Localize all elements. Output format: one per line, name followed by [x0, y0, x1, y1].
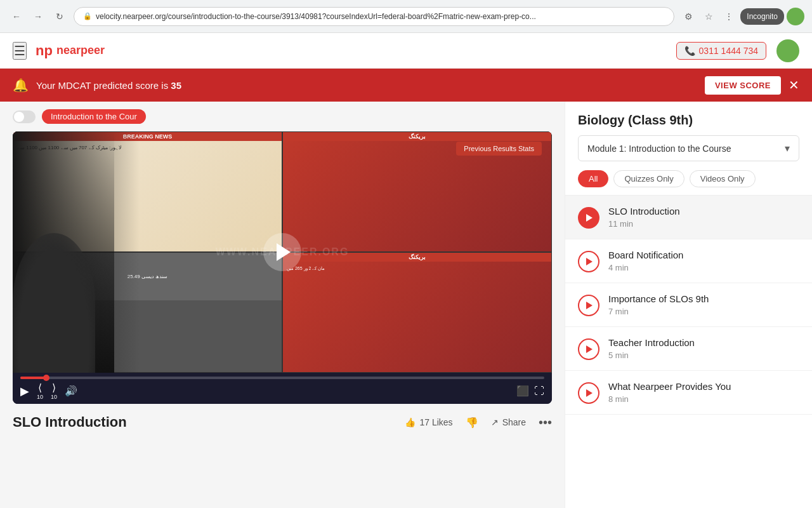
item-duration-importance-slo: 7 min — [608, 307, 799, 316]
close-alert-button[interactable]: ✕ — [789, 77, 799, 93]
alert-text: Your MDCAT predicted score is 35 — [36, 80, 181, 91]
presenter-body — [13, 233, 95, 373]
phone-number: 0311 1444 734 — [699, 46, 758, 56]
item-info-importance-slo: Importance of SLOs 9th 7 min — [608, 293, 799, 316]
browser-chrome: ← → ↻ 🔒 velocity.nearpeer.org/course/int… — [0, 0, 812, 33]
breadcrumb-pill: Introduction to the Cour — [42, 109, 146, 124]
logo-text: nearpeer — [56, 44, 105, 57]
playlist-item-board-notif[interactable]: Board Notification 4 min — [565, 239, 812, 283]
item-duration-slo-intro: 11 min — [608, 219, 799, 229]
play-circle-importance-slo — [578, 295, 599, 316]
play-triangle-icon — [277, 243, 291, 261]
prev-results-badge: Previous Results Stats — [456, 142, 542, 156]
user-avatar[interactable] — [776, 39, 799, 62]
item-info-what-nearpeer: What Nearpeer Provides You 8 min — [608, 381, 799, 404]
news-text-4: مان کے 2 ور 265 میں — [287, 265, 547, 271]
controls-row: ▶ ⟨ 10 ⟩ 10 🔊 ⬛ ⛶ — [20, 382, 544, 400]
share-button[interactable]: ↗ Share — [491, 417, 526, 427]
news-header-4: بریکنگ — [283, 253, 551, 262]
lock-icon: 🔒 — [83, 12, 92, 20]
video-title: SLO Introduction — [13, 414, 127, 431]
left-panel: Introduction to the Cour BREAKING NEWS ل… — [0, 102, 565, 508]
course-title: Biology (Class 9th) — [578, 113, 799, 128]
item-title-board-notif: Board Notification — [608, 250, 799, 260]
item-duration-what-nearpeer: 8 min — [608, 394, 799, 404]
fullscreen-button[interactable]: ⛶ — [534, 385, 544, 397]
item-duration-board-notif: 4 min — [608, 263, 799, 272]
toggle-switch[interactable] — [13, 110, 36, 123]
alert-banner: 🔔 Your MDCAT predicted score is 35 VIEW … — [0, 69, 812, 102]
phone-icon: 📞 — [684, 46, 695, 56]
reload-button[interactable]: ↻ — [51, 8, 69, 25]
video-thumbnail: BREAKING NEWS لاہور: میٹرک کے 707 میں سے… — [13, 131, 552, 373]
play-pause-button[interactable]: ▶ — [20, 384, 29, 398]
alert-content: 🔔 Your MDCAT predicted score is 35 — [13, 77, 181, 93]
fast-forward-button[interactable]: ⟩ 10 — [51, 382, 57, 400]
play-circle-teacher-intro — [578, 338, 599, 360]
filter-all[interactable]: All — [578, 170, 608, 187]
playlist-item-what-nearpeer[interactable]: What Nearpeer Provides You 8 min — [565, 371, 812, 415]
news-content-4: مان کے 2 ور 265 میں — [283, 262, 551, 275]
breadcrumb-toggle — [13, 110, 36, 123]
filter-videos-only[interactable]: Videos Only — [690, 170, 756, 187]
item-title-importance-slo: Importance of SLOs 9th — [608, 293, 799, 304]
alert-actions: VIEW SCORE ✕ — [705, 76, 799, 95]
video-info: SLO Introduction 👍 17 Likes 👎 ↗ Share ••… — [0, 404, 565, 448]
dislike-button[interactable]: 👎 — [466, 417, 478, 429]
view-score-button[interactable]: VIEW SCORE — [705, 76, 781, 95]
module-selector[interactable]: Module 1: Introduction to the Course ▾ — [578, 135, 799, 161]
back-button[interactable]: ← — [8, 8, 25, 25]
address-bar[interactable]: 🔒 velocity.nearpeer.org/course/introduct… — [74, 7, 674, 26]
progress-fill — [20, 377, 46, 379]
play-circle-slo-intro — [578, 207, 599, 229]
playlist-item-teacher-intro[interactable]: Teacher Introduction 5 min — [565, 327, 812, 371]
bookmark-button[interactable]: ☆ — [700, 8, 717, 25]
presenter-silhouette — [13, 131, 114, 373]
more-options-video-button[interactable]: ••• — [539, 415, 552, 430]
browser-nav: ← → ↻ — [8, 8, 69, 25]
item-duration-teacher-intro: 5 min — [608, 351, 799, 360]
theater-mode-button[interactable]: ⬛ — [516, 385, 529, 397]
play-button-overlay[interactable] — [263, 233, 301, 271]
extensions-button[interactable]: ⚙ — [679, 8, 697, 25]
filter-tabs: All Quizzes Only Videos Only — [578, 170, 799, 187]
progress-dot — [43, 375, 49, 381]
browser-actions: ⚙ ☆ ⋮ Incognito — [679, 8, 804, 25]
play-icon — [586, 389, 593, 397]
news-header-2: بریکنگ — [283, 132, 551, 141]
sidebar-header: Biology (Class 9th) Module 1: Introducti… — [565, 102, 812, 196]
play-icon — [586, 345, 593, 353]
progress-bar[interactable] — [20, 377, 544, 379]
play-icon — [586, 302, 593, 309]
filter-quizzes-only[interactable]: Quizzes Only — [613, 170, 684, 187]
rewind-button[interactable]: ⟨ 10 — [37, 382, 43, 400]
phone-button[interactable]: 📞 0311 1444 734 — [676, 42, 766, 60]
video-extra-buttons: ⬛ ⛶ — [516, 385, 544, 397]
forward-button[interactable]: → — [29, 8, 47, 25]
playlist-item-slo-intro[interactable]: SLO Introduction 11 min — [565, 196, 812, 239]
profile-icon[interactable] — [787, 8, 804, 25]
like-button[interactable]: 👍 17 Likes — [405, 417, 452, 427]
more-options-button[interactable]: ⋮ — [720, 8, 738, 25]
incognito-indicator: Incognito — [740, 8, 784, 25]
logo: np nearpeer — [36, 43, 105, 59]
module-name: Module 1: Introduction to the Course — [587, 144, 731, 154]
item-title-teacher-intro: Teacher Introduction — [608, 337, 799, 348]
hamburger-menu[interactable]: ☰ — [13, 42, 27, 60]
right-sidebar: Biology (Class 9th) Module 1: Introducti… — [565, 102, 812, 508]
playlist-item-importance-slo[interactable]: Importance of SLOs 9th 7 min — [565, 283, 812, 327]
play-circle-board-notif — [578, 251, 599, 272]
item-info-board-notif: Board Notification 4 min — [608, 250, 799, 272]
video-controls: ▶ ⟨ 10 ⟩ 10 🔊 ⬛ ⛶ — [13, 373, 552, 404]
item-title-what-nearpeer: What Nearpeer Provides You — [608, 381, 799, 392]
item-info-teacher-intro: Teacher Introduction 5 min — [608, 337, 799, 360]
nav-left: ☰ np nearpeer — [13, 42, 105, 60]
url-text: velocity.nearpeer.org/course/introductio… — [96, 12, 536, 21]
playlist: SLO Introduction 11 min Board Notificati… — [565, 196, 812, 508]
video-title-row: SLO Introduction 👍 17 Likes 👎 ↗ Share ••… — [13, 414, 552, 431]
volume-button[interactable]: 🔊 — [65, 385, 77, 397]
logo-mark: np — [36, 43, 53, 59]
chevron-down-icon: ▾ — [785, 142, 790, 154]
video-cell-4: بریکنگ مان کے 2 ور 265 میں — [282, 252, 552, 373]
top-nav: ☰ np nearpeer 📞 0311 1444 734 — [0, 33, 812, 69]
